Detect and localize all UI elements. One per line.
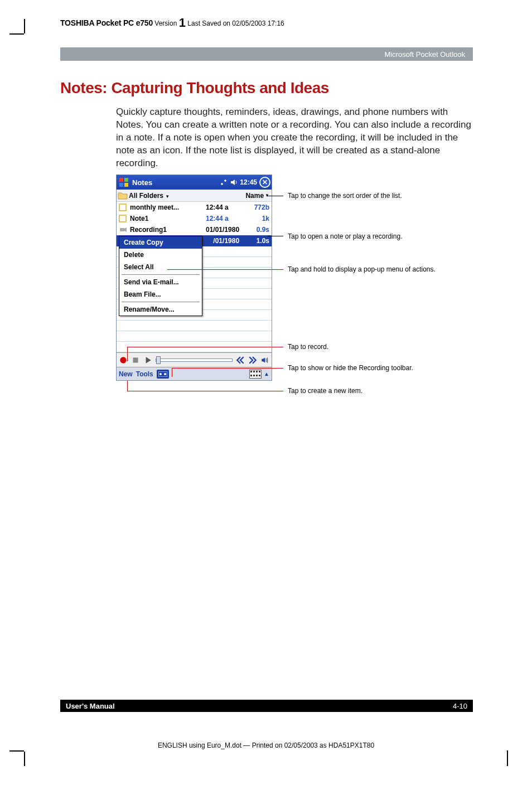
context-menu: Create Copy Delete Select All Send via E… bbox=[119, 236, 202, 316]
svg-rect-4 bbox=[119, 204, 126, 211]
item-time: 01/01/1980 bbox=[206, 226, 247, 234]
note-icon bbox=[119, 215, 128, 222]
svg-point-8 bbox=[120, 357, 126, 363]
footer-left: User's Manual bbox=[66, 702, 115, 710]
section-bar-text: Microsoft Pocket Outlook bbox=[385, 50, 466, 59]
callout-line bbox=[268, 236, 283, 236]
callout-line-red bbox=[127, 347, 283, 347]
callout-line-red bbox=[127, 347, 128, 361]
menu-item-delete[interactable]: Delete bbox=[119, 249, 202, 261]
footer-page-number: 4-10 bbox=[453, 702, 467, 710]
input-panel-arrow[interactable]: ▲ bbox=[264, 371, 269, 377]
speaker-icon[interactable] bbox=[230, 178, 238, 186]
footer-bar: User's Manual 4-10 bbox=[60, 700, 473, 712]
item-size: 772b bbox=[247, 203, 269, 211]
close-button[interactable]: ✕ bbox=[259, 177, 270, 188]
crop-mark bbox=[507, 750, 508, 766]
svg-rect-2 bbox=[119, 183, 123, 187]
status-area: 12:45 bbox=[220, 178, 259, 186]
device-name: TOSHIBA Pocket PC e750 bbox=[60, 18, 153, 27]
item-size: 1k bbox=[247, 215, 269, 222]
svg-point-11 bbox=[159, 373, 162, 375]
menu-item-create-copy[interactable]: Create Copy bbox=[119, 236, 202, 249]
item-size: 1.0s bbox=[247, 237, 269, 245]
callout-line-red bbox=[127, 381, 128, 391]
stop-button[interactable] bbox=[131, 356, 140, 365]
recording-toolbar bbox=[117, 352, 272, 367]
page-header: TOSHIBA Pocket PC e750 Version 1 Last Sa… bbox=[60, 14, 284, 29]
item-time: 12:44 a bbox=[206, 215, 247, 222]
titlebar: Notes 12:45 ✕ bbox=[117, 175, 272, 190]
menu-item-beam-file[interactable]: Beam File... bbox=[119, 288, 202, 301]
crop-mark bbox=[9, 33, 24, 35]
new-button[interactable]: New bbox=[119, 370, 133, 378]
menu-item-send-email[interactable]: Send via E-mail... bbox=[119, 276, 202, 288]
folder-dropdown[interactable]: All Folders ▼ bbox=[129, 192, 170, 200]
item-time: 12:44 a bbox=[206, 203, 247, 211]
playback-slider[interactable] bbox=[156, 358, 233, 362]
callout-record: Tap to record. bbox=[288, 343, 449, 352]
volume-button[interactable] bbox=[260, 356, 269, 365]
crop-mark bbox=[9, 750, 24, 752]
callout-open: Tap to open a note or play a recording. bbox=[288, 232, 449, 241]
app-title: Notes bbox=[131, 178, 220, 187]
crop-mark bbox=[24, 19, 25, 33]
start-icon[interactable] bbox=[118, 176, 130, 188]
item-name: Recording1 bbox=[130, 226, 206, 234]
page-title: Notes: Capturing Thoughts and Ideas bbox=[60, 79, 329, 97]
svg-rect-0 bbox=[119, 178, 123, 182]
connectivity-icon[interactable] bbox=[220, 178, 228, 186]
list-item[interactable]: monthly meet... 12:44 a 772b bbox=[117, 202, 272, 213]
body-paragraph: Quickly capture thoughts, reminders, ide… bbox=[116, 106, 473, 170]
record-button[interactable] bbox=[119, 356, 128, 365]
callout-popup: Tap and hold to display a pop-up menu of… bbox=[288, 265, 449, 274]
note-icon bbox=[119, 203, 128, 211]
section-bar: Microsoft Pocket Outlook bbox=[60, 47, 473, 61]
menu-item-rename-move[interactable]: Rename/Move... bbox=[119, 303, 202, 316]
svg-rect-1 bbox=[124, 178, 128, 182]
slider-thumb[interactable] bbox=[156, 356, 161, 364]
play-button[interactable] bbox=[143, 356, 152, 365]
item-size: 0.9s bbox=[247, 226, 269, 234]
filter-row: All Folders ▼ Name ▼ bbox=[117, 190, 272, 202]
lined-area: Create Copy Delete Select All Send via E… bbox=[117, 246, 272, 352]
list-item[interactable]: Recording1 01/01/1980 0.9s bbox=[117, 224, 272, 235]
tools-menu[interactable]: Tools bbox=[136, 370, 153, 378]
callout-line-red bbox=[172, 368, 283, 369]
pocketpc-screenshot: Notes 12:45 ✕ All Folders ▼ Name ▼ m bbox=[116, 175, 272, 381]
svg-point-12 bbox=[164, 373, 166, 375]
callout-line-red bbox=[127, 391, 283, 391]
callout-new: Tap to create a new item. bbox=[288, 387, 449, 396]
callout-line bbox=[267, 196, 283, 196]
figure: Notes 12:45 ✕ All Folders ▼ Name ▼ m bbox=[116, 175, 473, 381]
bottom-bar: New Tools ▲ bbox=[117, 367, 272, 380]
skip-forward-button[interactable] bbox=[248, 356, 257, 365]
recording-toolbar-toggle[interactable] bbox=[157, 370, 169, 379]
skip-back-button[interactable] bbox=[236, 356, 245, 365]
keyboard-button[interactable] bbox=[249, 370, 262, 379]
chevron-down-icon: ▼ bbox=[165, 194, 170, 199]
recording-icon bbox=[119, 226, 128, 234]
item-time: 01/01/1980 bbox=[206, 237, 247, 245]
callout-toolbar: Tap to show or hide the Recording toolba… bbox=[288, 364, 449, 373]
svg-rect-9 bbox=[133, 357, 138, 362]
callout-line-red bbox=[172, 368, 172, 377]
folder-icon bbox=[118, 191, 128, 200]
svg-rect-6 bbox=[120, 228, 124, 231]
callout-sort: Tap to change the sort order of the list… bbox=[288, 192, 449, 201]
saved-timestamp: Last Saved on 02/05/2003 17:16 bbox=[187, 20, 284, 27]
svg-rect-5 bbox=[119, 215, 126, 222]
version-number: 1 bbox=[179, 16, 186, 30]
clock-time: 12:45 bbox=[240, 178, 257, 186]
item-name: monthly meet... bbox=[130, 203, 206, 211]
crop-mark bbox=[24, 752, 25, 766]
print-footer: ENGLISH using Euro_M.dot — Printed on 02… bbox=[0, 742, 532, 749]
list-item[interactable]: Note1 12:44 a 1k bbox=[117, 213, 272, 224]
item-name: Note1 bbox=[130, 215, 206, 222]
version-label: Version bbox=[154, 20, 177, 27]
menu-separator bbox=[122, 274, 200, 275]
svg-rect-3 bbox=[124, 183, 128, 187]
menu-separator bbox=[122, 302, 200, 302]
menu-item-select-all[interactable]: Select All bbox=[119, 261, 202, 273]
callout-line-red bbox=[167, 269, 283, 270]
